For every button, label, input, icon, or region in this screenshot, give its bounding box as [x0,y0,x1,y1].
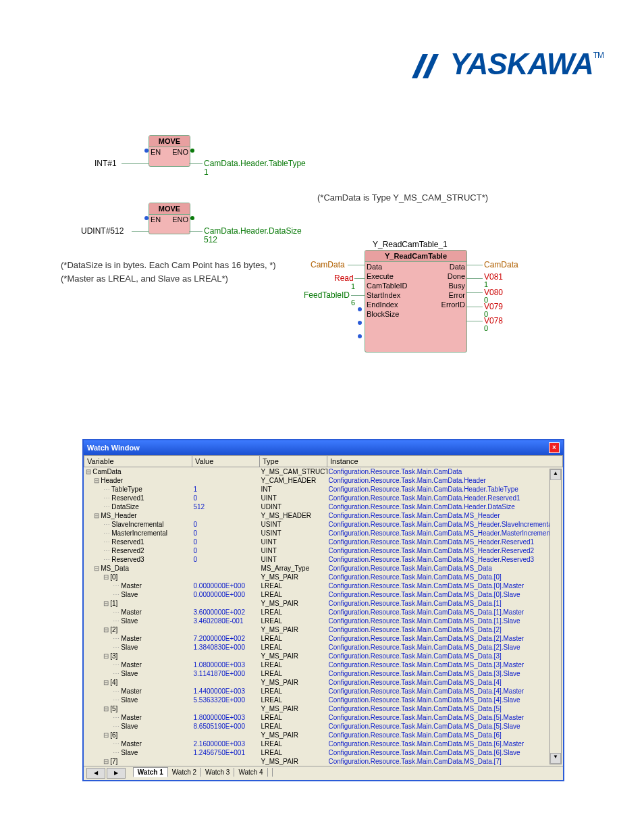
yaskawa-logo: YASKAWATM [410,47,603,81]
move2-output-label: CamData.Header.DataSize [204,226,302,236]
table-row[interactable]: ⋯ Master0.0000000E+000LREALConfiguration… [84,581,563,590]
var-name: Master [121,661,142,669]
tab-nav-prev[interactable]: ◀ [86,768,105,779]
table-row[interactable]: ⋯ Reserved30UINTConfiguration.Resource.T… [84,555,563,564]
close-icon[interactable]: × [549,442,560,453]
readcam-errorid-val: 0 [484,324,488,332]
table-row[interactable]: ⋯ Slave0.0000000E+000LREALConfiguration.… [84,590,563,599]
var-value: 1.0800000E+003 [192,660,260,669]
var-type: LREAL [260,696,327,704]
var-type: Y_MS_PAIR [260,757,327,766]
scroll-down-icon[interactable]: ▼ [550,753,561,764]
table-row[interactable]: ⋯ Slave3.1141870E+000LREALConfiguration.… [84,669,563,678]
port-dot [358,321,362,325]
var-type: UINT [260,538,327,546]
var-instance: Configuration.Resource.Task.Main.CamData… [327,494,563,502]
table-row[interactable]: ⊟ [7]Y_MS_PAIRConfiguration.Resource.Tas… [84,757,563,766]
var-value: 0 [192,529,260,538]
table-row[interactable]: ⋯ Master1.8000000E+003LREALConfiguration… [84,713,563,722]
var-instance: Configuration.Resource.Task.Main.CamData… [327,608,563,617]
var-instance: Configuration.Resource.Task.Main.CamData… [327,678,563,687]
scrollbar[interactable]: ▲ ▼ [549,469,562,764]
tab-nav-next[interactable]: ▶ [107,768,126,779]
var-name: Master [121,582,142,590]
table-row[interactable]: ⋯ Slave1.2456750E+001LREALConfiguration.… [84,748,563,757]
table-row[interactable]: ⋯ Slave5.5363320E+000LREALConfiguration.… [84,696,563,704]
watch-table: Variable Value Type Instance ⊟ CamDataY_… [84,455,563,766]
tree-leaf-icon: ⋯ [103,486,112,493]
table-row[interactable]: ⋯ Master2.1600000E+003LREALConfiguration… [84,739,563,748]
tab-watch-1[interactable]: Watch 1 [133,767,168,777]
table-row[interactable]: ⋯ Slave3.4602080E-001LREALConfiguration.… [84,617,563,625]
col-value[interactable]: Value [192,456,260,467]
var-instance: Configuration.Resource.Task.Main.CamData… [327,660,563,669]
table-row[interactable]: ⋯ Master7.2000000E+002LREALConfiguration… [84,634,563,643]
table-row[interactable]: ⊟ MS_HeaderY_MS_HEADERConfiguration.Reso… [84,511,563,520]
table-row[interactable]: ⋯ Slave1.3840830E+000LREALConfiguration.… [84,643,563,652]
table-row[interactable]: ⋯ Master1.4400000E+003LREALConfiguration… [84,687,563,696]
watch-title-text: Watch Window [87,444,140,452]
tree-toggle-icon[interactable]: ⊟ [103,652,111,660]
table-row[interactable]: ⊟ [3]Y_MS_PAIRConfiguration.Resource.Tas… [84,652,563,660]
var-name: Slave [121,749,138,756]
logo-tm: TM [593,51,603,60]
var-type: Y_MS_PAIR [260,573,327,581]
var-name: Slave [121,670,138,677]
table-row[interactable]: ⊟ [0]Y_MS_PAIRConfiguration.Resource.Tas… [84,573,563,581]
port-dot [190,149,194,153]
table-row[interactable]: ⋯ TableType1INTConfiguration.Resource.Ta… [84,485,563,494]
table-row[interactable]: ⊟ [1]Y_MS_PAIRConfiguration.Resource.Tas… [84,599,563,608]
readcamtable-block: Y_ReadCamTable DataData ExecuteDone CamT… [365,250,467,353]
tree-toggle-icon[interactable]: ⊟ [103,758,111,765]
table-row[interactable]: ⊟ [6]Y_MS_PAIRConfiguration.Resource.Tas… [84,731,563,739]
tree-leaf-icon: ⋯ [113,687,122,695]
col-type[interactable]: Type [260,456,327,467]
tree-toggle-icon[interactable]: ⊟ [86,468,93,475]
table-row[interactable]: ⋯ Master1.0800000E+003LREALConfiguration… [84,660,563,669]
tree-toggle-icon[interactable]: ⊟ [103,679,111,686]
var-type: LREAL [260,590,327,599]
tree-toggle-icon[interactable]: ⊟ [103,705,111,712]
var-type: LREAL [260,713,327,722]
move2-output-value: 512 [204,235,217,244]
table-row[interactable]: ⊟ [5]Y_MS_PAIRConfiguration.Resource.Tas… [84,704,563,713]
tree-toggle-icon[interactable]: ⊟ [94,477,101,484]
var-value: 5.5363320E+000 [192,696,260,704]
var-type: Y_MS_PAIR [260,599,327,608]
tree-toggle-icon[interactable]: ⊟ [103,600,111,607]
table-row[interactable]: ⋯ Slave8.6505190E+000LREALConfiguration.… [84,722,563,731]
table-row[interactable]: ⊟ CamDataY_MS_CAM_STRUCTConfiguration.Re… [84,467,563,477]
table-row[interactable]: ⊟ HeaderY_CAM_HEADERConfiguration.Resour… [84,476,563,485]
table-row[interactable]: ⊟ MS_DataMS_Array_TypeConfiguration.Reso… [84,564,563,573]
scroll-up-icon[interactable]: ▲ [550,469,561,480]
tree-toggle-icon[interactable]: ⊟ [94,565,101,572]
tree-toggle-icon[interactable]: ⊟ [103,731,111,739]
var-value: 1.3840830E+000 [192,643,260,652]
var-type: LREAL [260,687,327,696]
tab-watch-4[interactable]: Watch 4 [234,768,267,777]
var-type: LREAL [260,660,327,669]
table-row[interactable]: ⊟ [2]Y_MS_PAIRConfiguration.Resource.Tas… [84,625,563,634]
col-instance[interactable]: Instance [327,456,563,467]
table-row[interactable]: ⊟ [4]Y_MS_PAIRConfiguration.Resource.Tas… [84,678,563,687]
port-dot [358,334,362,338]
table-row[interactable]: ⋯ Reserved20UINTConfiguration.Resource.T… [84,546,563,555]
table-row[interactable]: ⋯ DataSize512UDINTConfiguration.Resource… [84,502,563,511]
tree-toggle-icon[interactable]: ⊟ [103,573,111,581]
tree-toggle-icon[interactable]: ⊟ [103,626,111,633]
var-instance: Configuration.Resource.Task.Main.CamData… [327,546,563,555]
var-type: USINT [260,520,327,529]
var-value [192,625,260,634]
tree-leaf-icon: ⋯ [113,670,122,677]
tree-toggle-icon[interactable]: ⊟ [94,512,101,519]
table-row[interactable]: ⋯ Master3.6000000E+002LREALConfiguration… [84,608,563,617]
tab-watch-2[interactable]: Watch 2 [168,768,201,777]
col-variable[interactable]: Variable [84,456,192,467]
var-type: Y_MS_PAIR [260,625,327,634]
tab-watch-3[interactable]: Watch 3 [201,768,234,777]
table-row[interactable]: ⋯ Reserved10UINTConfiguration.Resource.T… [84,538,563,546]
table-row[interactable]: ⋯ SlaveIncremental0USINTConfiguration.Re… [84,520,563,529]
watch-title-bar[interactable]: Watch Window × [84,440,563,455]
table-row[interactable]: ⋯ Reserved10UINTConfiguration.Resource.T… [84,494,563,502]
table-row[interactable]: ⋯ MasterIncremental0USINTConfiguration.R… [84,529,563,538]
